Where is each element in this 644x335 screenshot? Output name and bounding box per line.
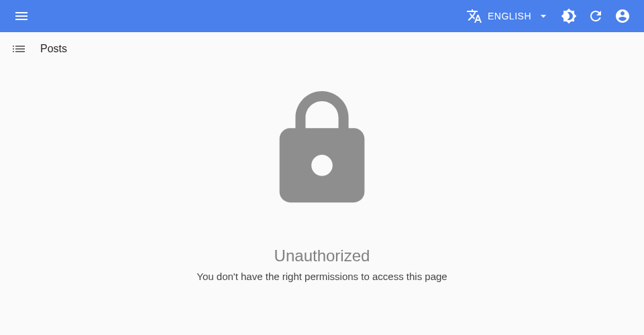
lock-icon (258, 86, 386, 213)
error-content: Unauthorized You don't have the right pe… (0, 66, 644, 282)
list-icon (11, 41, 27, 57)
refresh-button[interactable] (582, 3, 609, 29)
error-title: Unauthorized (274, 247, 370, 265)
app-bar: ENGLISH (0, 0, 644, 32)
breadcrumb: Posts (0, 32, 644, 66)
translate-icon (466, 8, 482, 24)
account-button[interactable] (609, 3, 636, 29)
account-circle-icon (614, 8, 631, 24)
brightness-icon (561, 8, 577, 24)
menu-button[interactable] (8, 3, 35, 29)
breadcrumb-title: Posts (40, 43, 67, 55)
theme-toggle-button[interactable] (555, 3, 582, 29)
hamburger-icon (13, 8, 30, 24)
chevron-down-icon (537, 9, 550, 23)
language-label: ENGLISH (488, 11, 531, 21)
error-message: You don't have the right permissions to … (197, 271, 447, 282)
refresh-icon (588, 8, 604, 24)
language-selector[interactable]: ENGLISH (461, 3, 555, 29)
